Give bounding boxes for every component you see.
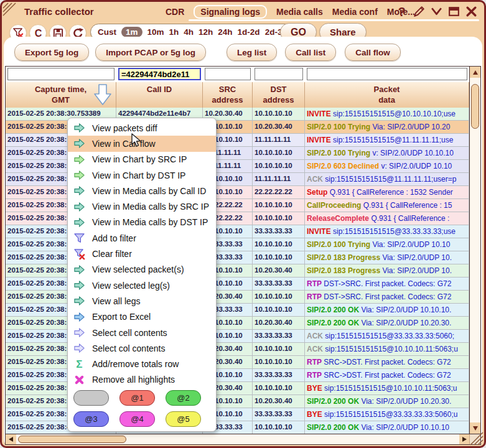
header-capture-time[interactable]: Capture time,GMT (6, 82, 116, 108)
filter-call-id-input[interactable] (118, 68, 201, 80)
action-button[interactable]: Call flow (345, 44, 401, 61)
resize-grip-bottom-right-icon[interactable] (469, 431, 484, 446)
context-menu-item[interactable]: View in Chart by DST IP (68, 167, 216, 183)
context-menu-item[interactable]: Add to filter (68, 230, 216, 246)
action-button[interactable]: Call list (285, 44, 336, 61)
cell-dst-address: 10.10.10.10 (253, 199, 305, 212)
arrow-right-icon (73, 264, 85, 276)
packet-method: SIP/2.0 200 OK (307, 397, 359, 406)
help-icon[interactable] (395, 5, 408, 18)
menu-item-label: Remove all highlights (92, 375, 175, 385)
cell-packet-data: INVITE sip:151515151515@10.10.10.10;use (305, 108, 469, 120)
header-call-id[interactable]: Call ID (116, 82, 203, 108)
time-range-option[interactable]: 1h (169, 27, 179, 37)
maximize-window-icon[interactable] (447, 5, 460, 18)
clear-filter-icon (73, 248, 85, 260)
filter-dst-address-input[interactable] (255, 68, 303, 80)
nav-tab[interactable]: Signaling logs (194, 5, 267, 19)
action-button[interactable]: Leg list (227, 44, 277, 61)
context-menu-item[interactable]: Select col contents (68, 340, 216, 356)
highlight-3-button[interactable]: @3 (73, 411, 109, 427)
context-menu-item[interactable]: View selected leg(s) (68, 278, 216, 293)
vertical-scrollbar[interactable] (469, 67, 480, 434)
triangle-down-icon (473, 426, 478, 431)
header-src-address[interactable]: SRCaddress (203, 82, 253, 108)
time-range-option[interactable]: Cust (98, 27, 116, 37)
cell-packet-data: INVITE sip:151515151515@33.33.33.33;use (305, 225, 469, 238)
time-range-option[interactable]: 4h (184, 27, 194, 37)
menu-item-label: View selected packet(s) (92, 264, 184, 274)
context-menu-item[interactable]: Select cell contents (68, 325, 216, 340)
context-menu-item[interactable]: View in Media calls by DST IP (68, 215, 216, 230)
chevron-down-icon[interactable] (430, 5, 443, 18)
time-range-option[interactable]: 1m (121, 27, 143, 37)
arrow-right-icon (73, 201, 85, 213)
arrow-right-icon (73, 154, 85, 166)
cell-dst-address: 11.11.11.11 (253, 134, 305, 146)
cell-packet-data: BYE sip:151515151515@33.33.33.33:5060;u (305, 408, 469, 421)
context-menu-item[interactable]: Export to Excel (68, 309, 216, 325)
header-packet-data[interactable]: Packetdata (305, 82, 469, 108)
cell-dst-address: 10.20.30.40 (253, 317, 305, 329)
packet-method: SIP/2.0 100 Trying (307, 123, 370, 131)
packet-details: Q.931 { CallReference : 15 (361, 201, 452, 210)
context-menu-item[interactable]: View in Media calls by SRC IP (68, 198, 216, 214)
scroll-right-button[interactable] (459, 434, 470, 444)
header-dst-address[interactable]: DSTaddress (253, 82, 305, 108)
cell-dst-address: 10.10.10.10 (253, 212, 305, 225)
context-menu-item[interactable]: Add/remove totals row (68, 356, 216, 371)
action-button[interactable]: Import PCAP or 5g log (95, 44, 206, 61)
context-menu-item[interactable]: Clear filter (68, 246, 216, 261)
context-menu-item[interactable]: View in Chart by SRC IP (68, 152, 216, 167)
context-menu-item[interactable]: View all legs (68, 293, 216, 309)
scroll-left-button[interactable] (6, 434, 16, 444)
time-range-option[interactable]: 1d-2d (238, 27, 260, 37)
horizontal-scroll-thumb[interactable] (18, 436, 126, 443)
sigma-totals-icon (73, 358, 85, 370)
cell-dst-address: 10.20.30.40 (253, 395, 305, 408)
highlight-5-button[interactable]: @5 (166, 411, 201, 427)
table-header: Capture time,GMT Call ID SRCaddress DSTa… (6, 82, 469, 108)
filter-packet-data-input[interactable] (307, 68, 467, 80)
highlight-4-button[interactable]: @4 (119, 411, 155, 427)
nav-tab[interactable]: Media calls (276, 7, 323, 17)
packet-details: sip:151515151515@33.33.33.33:5060; (323, 332, 454, 340)
packet-method: ReleaseComplete (307, 214, 369, 223)
edit-pencil-icon[interactable] (413, 5, 426, 18)
horizontal-scrollbar[interactable] (6, 434, 480, 444)
packet-method: RTP (307, 279, 322, 288)
packet-details: Q.931 { CallReference : 1532 Sender (327, 188, 452, 197)
packet-method: INVITE (307, 227, 331, 236)
context-menu-item[interactable]: View in Media calls by Call ID (68, 183, 216, 198)
mouse-cursor-icon (130, 133, 144, 148)
select-col-icon (73, 342, 85, 354)
packet-details: sip:151515151515@10.10.10.10;use (331, 110, 456, 118)
cell-dst-address: 10.10.10.10 (253, 147, 305, 159)
context-menu-item[interactable]: View selected packet(s) (68, 262, 216, 278)
time-range-option[interactable]: 24h (218, 27, 232, 37)
sort-descending-icon[interactable] (93, 84, 112, 106)
vertical-scroll-thumb[interactable] (471, 84, 479, 129)
nav-tab[interactable]: Media conf (332, 7, 378, 17)
cell-packet-data: SIP/2.0 200 OK Via: SIP/2.0/UDP 10.10.10… (305, 304, 469, 316)
filter-capture-time-input[interactable] (7, 68, 114, 80)
nav-tab[interactable]: CDR (166, 7, 184, 17)
resize-grip-top-left-icon[interactable] (2, 2, 17, 17)
cell-packet-data: SIP/2.0 100 Trying v: SIP/2.0/UDP 10.10.… (305, 147, 469, 159)
cell-packet-data: ReleaseComplete Q.931 { CallReference : (305, 212, 469, 225)
cell-dst-address: 10.20.30.40 (253, 264, 305, 277)
packet-method: RTP (307, 358, 322, 366)
time-range-option[interactable]: 10m (147, 27, 164, 37)
highlight-2-button[interactable]: @2 (166, 390, 201, 406)
cell-dst-address: 10.10.10.10 (253, 238, 305, 251)
arrow-right-icon (73, 185, 85, 197)
highlight-gray-button[interactable] (73, 390, 109, 406)
packet-details: Via: SIP/2.0/UDP 10.10.10. (359, 306, 451, 314)
filter-src-address-input[interactable] (205, 68, 251, 80)
action-button[interactable]: Export 5g log (14, 44, 89, 61)
time-range-option[interactable]: 12h (199, 27, 213, 37)
highlight-1-button[interactable]: @1 (119, 390, 155, 406)
context-menu-item[interactable]: Remove all highlights (68, 372, 216, 388)
close-icon[interactable] (465, 5, 478, 18)
scroll-up-button[interactable] (470, 67, 480, 78)
